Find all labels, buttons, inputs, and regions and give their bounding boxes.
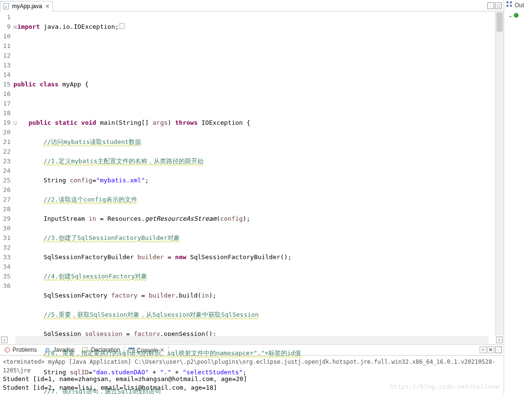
editor-tab[interactable]: J myApp.java ✕ [0, 1, 53, 12]
console-status: <terminated> myApp [Java Application] C:… [3, 358, 501, 375]
minimize-icon[interactable]: - [487, 2, 494, 9]
code-editor[interactable]: 1 9 10 11 12 13 14 15 16 17 18 19 20 21 … [0, 12, 504, 335]
chevron-down-icon[interactable]: ⌄ [508, 12, 513, 19]
editor-tab-bar: J myApp.java ✕ - ▢ [0, 0, 504, 12]
svg-rect-10 [510, 1, 512, 3]
watermark-text: https://blog.csdn.net/hailunw [390, 382, 499, 391]
code-area[interactable]: +import java.io.IOException; public clas… [13, 12, 495, 335]
fold-icon[interactable]: - [13, 121, 17, 125]
outline-label: Out [515, 2, 524, 9]
svg-rect-11 [510, 5, 512, 7]
console-output[interactable]: <terminated> myApp [Java Application] C:… [0, 356, 504, 394]
outline-icon [506, 1, 513, 9]
scroll-right-icon[interactable]: › [496, 336, 503, 343]
close-icon[interactable]: ✕ [45, 3, 49, 10]
editor-tab-label: myApp.java [12, 3, 42, 10]
horizontal-scrollbar[interactable]: ‹ › [0, 335, 504, 344]
svg-text:!: ! [6, 348, 7, 352]
minimize-icon[interactable]: - [495, 346, 502, 353]
outline-tree-item[interactable]: ⌄ [508, 12, 530, 19]
svg-rect-8 [507, 1, 508, 3]
svg-rect-9 [507, 5, 508, 7]
scroll-thumb[interactable] [496, 12, 503, 32]
editor-window-buttons: - ▢ [487, 2, 504, 9]
scroll-left-icon[interactable]: ‹ [1, 336, 8, 343]
outline-view: Out ⌄ [504, 0, 532, 394]
fold-icon[interactable]: + [13, 25, 17, 29]
java-file-icon: J [3, 3, 10, 10]
class-icon [514, 13, 519, 18]
problems-icon: ! [4, 346, 11, 353]
line-gutter: 1 9 10 11 12 13 14 15 16 17 18 19 20 21 … [0, 12, 13, 335]
svg-text:J: J [5, 5, 7, 9]
vertical-scrollbar[interactable] [495, 12, 504, 335]
maximize-icon[interactable]: ▢ [495, 2, 502, 9]
